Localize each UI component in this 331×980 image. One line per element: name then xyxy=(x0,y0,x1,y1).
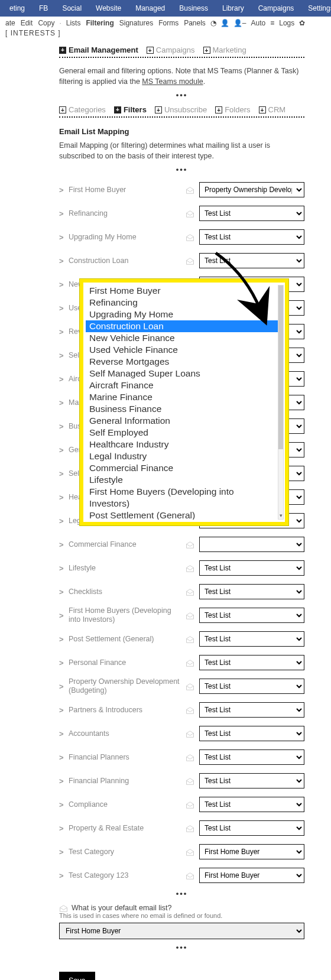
toolbar-auto[interactable]: Auto xyxy=(249,19,268,27)
topnav-item[interactable]: FB xyxy=(32,4,55,12)
mapping-select[interactable]: Property Ownership Develop xyxy=(199,182,304,197)
topnav-item[interactable]: Library xyxy=(215,4,251,12)
mapping-select[interactable]: Test List xyxy=(199,820,304,836)
mapping-select[interactable]: Test List xyxy=(199,560,304,576)
topnav-item[interactable]: eting xyxy=(2,4,32,12)
envelope-open-icon xyxy=(59,904,68,912)
toolbar-lists[interactable]: Lists xyxy=(64,19,83,27)
mapping-label: Compliance xyxy=(69,800,181,809)
save-button[interactable]: Save xyxy=(59,972,95,980)
toolbar-signatures[interactable]: Signatures xyxy=(118,19,155,27)
toolbar-cut[interactable]: ate xyxy=(4,19,17,27)
mapping-select[interactable]: Test List xyxy=(199,206,304,221)
sub-tab[interactable]: +Folders xyxy=(215,105,250,114)
topnav-item[interactable]: Settings xyxy=(301,4,331,12)
mapping-select[interactable]: Test List xyxy=(199,655,304,670)
scrollbar[interactable]: ▴ ▾ xyxy=(278,285,284,520)
toolbar-copy[interactable]: Copy xyxy=(36,19,56,27)
default-question: What is your default email list? xyxy=(59,904,304,912)
toolbar-panels[interactable]: Panels xyxy=(182,19,207,27)
dropdown-option[interactable]: Post Settlement (General) xyxy=(86,510,279,520)
mapping-select[interactable]: Test List xyxy=(199,608,304,623)
toolbar-interests[interactable]: [ INTERESTS ] xyxy=(4,29,63,37)
manager-tab[interactable]: +Email Management xyxy=(59,46,138,54)
sub-tab-label: Folders xyxy=(225,105,250,114)
envelope-icon xyxy=(186,256,194,265)
mapping-select[interactable]: Test List xyxy=(199,773,304,788)
mapping-row: >Property & Real EstateTest List xyxy=(59,818,304,838)
dropdown-option[interactable]: First Home Buyers (Developing into Inves… xyxy=(86,486,279,510)
mapping-select[interactable]: First Home Buyer xyxy=(199,868,304,883)
envelope-icon xyxy=(186,563,194,573)
toolbar-edit[interactable]: Edit xyxy=(19,19,35,27)
chevron-right-icon: > xyxy=(59,729,64,738)
mapping-label: Property & Real Estate xyxy=(69,824,181,833)
toolbar-forms[interactable]: Forms xyxy=(157,19,180,27)
chevron-right-icon: > xyxy=(59,469,64,478)
mapping-select[interactable]: Test List xyxy=(199,631,304,647)
manager-tab[interactable]: +Marketing xyxy=(203,46,246,54)
chevron-right-icon: > xyxy=(59,304,64,313)
dropdown-option[interactable]: Used Vehicle Finance xyxy=(86,344,279,356)
sub-tab[interactable]: +CRM xyxy=(259,105,286,114)
dropdown-option[interactable]: Commercial Finance xyxy=(86,462,279,474)
toolbar-logs[interactable]: Logs xyxy=(277,19,296,27)
person-icon[interactable]: 👤 xyxy=(219,19,231,27)
dropdown-option[interactable]: Lifestyle xyxy=(86,474,279,486)
chevron-right-icon: > xyxy=(59,800,64,809)
pie-chart-icon[interactable]: ◔ xyxy=(209,19,218,27)
menu-icon[interactable]: ≡ xyxy=(269,19,275,27)
topnav-item[interactable]: Business xyxy=(172,4,215,12)
sub-tab-label: Categories xyxy=(69,105,106,114)
mapping-select[interactable]: Test List xyxy=(199,702,304,718)
mapping-label: Accountants xyxy=(69,729,181,738)
chevron-right-icon: > xyxy=(59,871,64,880)
topnav-item[interactable]: Managed xyxy=(128,4,172,12)
gear-icon[interactable]: ✿ xyxy=(298,19,306,27)
scroll-thumb[interactable] xyxy=(278,285,283,449)
person-remove-icon[interactable]: 👤– xyxy=(232,19,248,27)
chevron-right-icon: > xyxy=(59,635,64,644)
dropdown-option[interactable]: General Information xyxy=(86,415,279,427)
mapping-select[interactable] xyxy=(199,537,304,552)
tab-label: Campaigns xyxy=(156,46,195,54)
mapping-label: Financial Planners xyxy=(69,753,181,762)
sub-tab[interactable]: +Unsubscribe xyxy=(155,105,207,114)
mapping-select[interactable]: Test List xyxy=(199,797,304,812)
plus-icon: + xyxy=(114,106,121,113)
envelope-icon xyxy=(186,232,194,242)
dropdown-option[interactable]: Aircraft Finance xyxy=(86,379,279,391)
mapping-select[interactable]: First Home Buyer xyxy=(199,844,304,859)
mapping-label: Commercial Finance xyxy=(69,540,181,549)
dropdown-option[interactable]: Reverse Mortgages xyxy=(86,356,279,368)
default-list-select[interactable]: First Home Buyer xyxy=(59,923,304,939)
envelope-icon xyxy=(186,729,194,738)
sub-tab[interactable]: +Categories xyxy=(59,105,106,114)
dropdown-option[interactable]: Healthcare Industry xyxy=(86,439,279,450)
plus-icon: + xyxy=(155,106,162,113)
dropdown-option[interactable]: Business Finance xyxy=(86,403,279,415)
mapping-select[interactable]: Test List xyxy=(199,749,304,765)
sub-tab[interactable]: +Filters xyxy=(114,105,147,114)
topnav-item[interactable]: Website xyxy=(89,4,128,12)
envelope-icon xyxy=(186,800,194,809)
mapping-label: Partners & Introducers xyxy=(69,706,181,715)
plus-icon: + xyxy=(59,106,66,113)
manager-tabs: +Email Management+Campaigns+Marketing xyxy=(59,46,304,54)
dropdown-option[interactable]: Legal Industry xyxy=(86,450,279,462)
topnav-item[interactable]: Social xyxy=(55,4,89,12)
sub-tab-label: CRM xyxy=(268,105,286,114)
topnav-item[interactable]: Campaigns xyxy=(251,4,301,12)
mapping-select[interactable]: Test List xyxy=(199,584,304,599)
mapping-select[interactable]: Test List xyxy=(199,726,304,741)
manager-tab[interactable]: +Campaigns xyxy=(147,46,195,54)
dropdown-option[interactable]: Self Managed Super Loans xyxy=(86,368,279,379)
toolbar-filtering[interactable]: Filtering xyxy=(84,19,115,27)
dropdown-option[interactable]: Marine Finance xyxy=(86,391,279,403)
dropdown-option[interactable]: New Vehicle Finance xyxy=(86,332,279,344)
mapping-select[interactable]: Test List xyxy=(199,679,304,694)
ms-teams-link[interactable]: MS Teams module xyxy=(142,77,203,86)
scroll-down-arrow[interactable]: ▾ xyxy=(278,512,283,520)
dropdown-option[interactable]: Self Employed xyxy=(86,427,279,439)
mapping-select[interactable]: Test List xyxy=(199,229,304,245)
